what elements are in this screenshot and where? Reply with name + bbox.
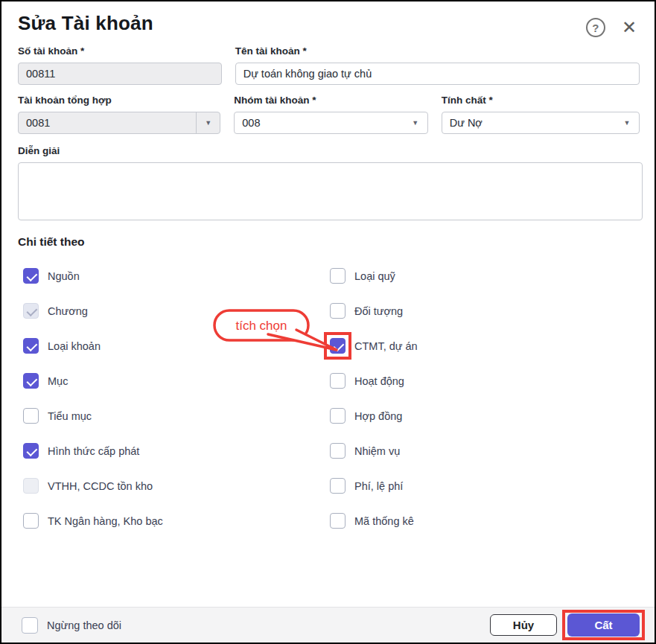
nature-dropdown[interactable]: Dư Nợ ▼ <box>442 112 640 134</box>
detail-checkbox-row[interactable]: TK Ngân hàng, Kho bạc <box>23 503 330 538</box>
checkbox-column-left: Nguồn Chương Loại khoản Mục <box>18 258 330 538</box>
description-textarea[interactable] <box>18 162 643 220</box>
checkbox[interactable] <box>23 338 39 354</box>
detail-checkbox-row[interactable]: Mục <box>23 363 330 398</box>
detail-checkbox-row[interactable]: Mã thống kê <box>330 503 640 538</box>
description-label: Diễn giải <box>18 145 640 156</box>
close-icon[interactable]: ✕ <box>620 19 638 36</box>
checkbox[interactable] <box>330 268 345 284</box>
account-group-label: Nhóm tài khoản * <box>234 95 427 106</box>
checkbox-label: Hình thức cấp phát <box>48 445 139 457</box>
checkbox-label: Phí, lệ phí <box>354 480 403 492</box>
checkbox-label: CTMT, dự án <box>354 340 418 352</box>
checkbox-label: Nhiệm vụ <box>354 445 400 457</box>
chevron-down-icon[interactable]: ▼ <box>196 112 220 133</box>
checkbox-label: Chương <box>48 305 88 317</box>
nature-label: Tính chất * <box>442 95 640 106</box>
checkbox[interactable] <box>330 373 345 389</box>
checkbox[interactable] <box>23 268 39 284</box>
chevron-down-icon[interactable]: ▼ <box>404 112 427 133</box>
stop-tracking-checkbox[interactable] <box>22 617 38 634</box>
detail-checkbox-row[interactable]: Hợp đồng <box>330 398 640 433</box>
detail-checkbox-row[interactable]: CTMT, dự án <box>330 328 640 363</box>
detail-section-heading: Chi tiết theo <box>18 235 640 249</box>
summary-account-dropdown[interactable]: 0081 ▼ <box>18 112 220 134</box>
checkbox[interactable] <box>23 303 39 319</box>
checkbox[interactable] <box>330 303 345 319</box>
checkbox-label: Hoạt động <box>354 375 404 387</box>
detail-checkbox-row[interactable]: Tiểu mục <box>23 398 330 433</box>
checkbox[interactable] <box>23 408 39 424</box>
chevron-down-icon[interactable]: ▼ <box>615 112 639 133</box>
checkbox[interactable] <box>330 478 345 494</box>
account-name-label: Tên tài khoản * <box>235 45 640 57</box>
dialog-header: Sửa Tài khoản ? ✕ <box>18 12 640 37</box>
save-button[interactable]: Cất <box>567 613 640 637</box>
summary-account-label: Tài khoản tổng hợp <box>18 95 220 106</box>
checkbox-label: Loại quỹ <box>354 270 395 282</box>
checkbox-label: TK Ngân hàng, Kho bạc <box>48 515 163 527</box>
account-name-input[interactable] <box>235 63 640 85</box>
stop-tracking-label: Ngừng theo dõi <box>47 619 121 631</box>
checkbox-label: Nguồn <box>48 270 80 282</box>
detail-checkbox-row[interactable]: Loại quỹ <box>330 258 640 293</box>
account-number-label: Số tài khoản * <box>18 45 222 57</box>
checkbox[interactable] <box>330 338 345 354</box>
checkbox-label: Đối tượng <box>354 305 403 317</box>
cancel-button[interactable]: Hủy <box>490 614 557 636</box>
detail-checkbox-row[interactable]: Loại khoản <box>23 328 330 363</box>
detail-checkbox-row[interactable]: Chương <box>23 293 330 328</box>
checkbox-label: VTHH, CCDC tồn kho <box>48 480 153 492</box>
checkbox[interactable] <box>23 513 39 529</box>
detail-checkbox-row[interactable]: Nguồn <box>23 258 330 293</box>
help-icon[interactable]: ? <box>586 18 605 37</box>
account-group-dropdown[interactable]: 008 ▼ <box>234 112 427 134</box>
detail-checkbox-row[interactable]: Đối tượng <box>330 293 640 328</box>
checkbox[interactable] <box>330 443 345 459</box>
detail-checkbox-row[interactable]: Phí, lệ phí <box>330 468 640 503</box>
stop-tracking-row[interactable]: Ngừng theo dõi <box>22 617 121 634</box>
detail-checkbox-row[interactable]: Nhiệm vụ <box>330 433 640 468</box>
checkbox-label: Hợp đồng <box>354 410 402 422</box>
detail-checkbox-row[interactable]: Hình thức cấp phát <box>23 433 330 468</box>
detail-checkbox-row[interactable]: VTHH, CCDC tồn kho <box>23 468 330 503</box>
checkbox[interactable] <box>23 443 39 459</box>
checkbox[interactable] <box>23 478 39 494</box>
checkbox[interactable] <box>23 373 39 389</box>
checkbox-label: Mã thống kê <box>354 515 414 527</box>
checkbox-label: Tiểu mục <box>48 410 92 422</box>
checkbox-label: Loại khoản <box>48 340 101 352</box>
page-title: Sửa Tài khoản <box>18 12 153 35</box>
account-number-input[interactable] <box>18 63 222 85</box>
detail-checkbox-row[interactable]: Hoạt động <box>330 363 640 398</box>
edit-account-dialog: Sửa Tài khoản ? ✕ Số tài khoản * Tên tài… <box>0 0 656 644</box>
dialog-footer: Ngừng theo dõi Hủy Cất <box>1 607 655 643</box>
detail-checkbox-grid: Nguồn Chương Loại khoản Mục <box>18 258 640 538</box>
save-button-highlight: Cất <box>567 613 640 637</box>
checkbox[interactable] <box>330 408 345 424</box>
checkbox[interactable] <box>330 513 345 529</box>
checkbox-column-right: Loại quỹ Đối tượng CTMT, dự án H <box>330 258 640 538</box>
checkbox-label: Mục <box>48 375 68 387</box>
